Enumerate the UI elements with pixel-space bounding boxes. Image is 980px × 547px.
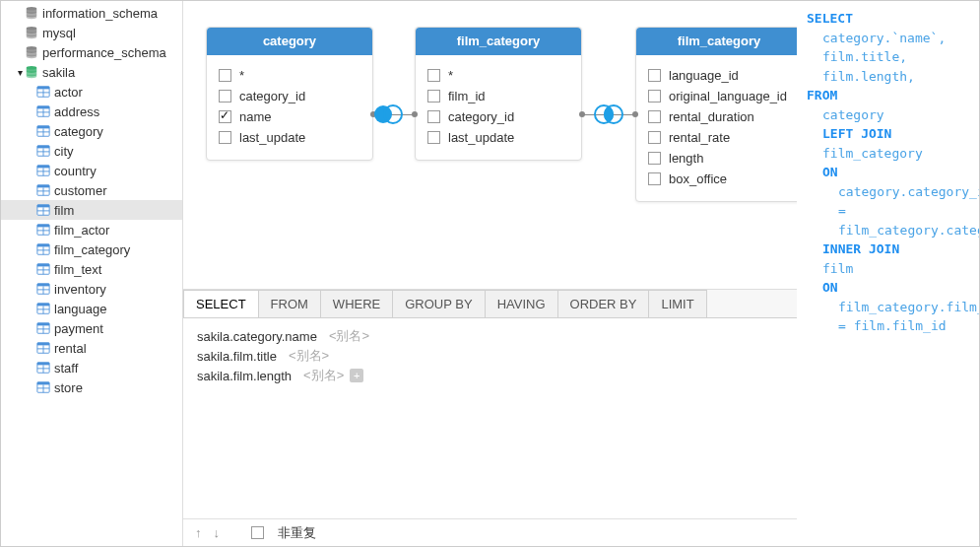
sql-line: LEFT JOIN: [807, 124, 969, 144]
reorder-up-icon[interactable]: ↑: [195, 525, 206, 540]
connector-dot: [632, 111, 638, 117]
table-item-rental[interactable]: rental: [1, 338, 182, 358]
field-name: original_language_id: [669, 89, 787, 103]
table-name: payment: [54, 321, 103, 336]
db-item-sakila[interactable]: ▾ sakila: [1, 62, 182, 82]
select-row[interactable]: sakila.category.name <别名>: [197, 326, 783, 346]
distinct-label: 非重复: [278, 524, 316, 542]
svg-rect-61: [37, 363, 49, 366]
field-original_language_id[interactable]: original_language_id: [648, 86, 790, 106]
expand-icon[interactable]: ▾: [15, 67, 25, 78]
field-rental_rate[interactable]: rental_rate: [648, 127, 790, 148]
table-item-customer[interactable]: customer: [1, 180, 182, 200]
tab-select[interactable]: SELECT: [183, 290, 259, 317]
field-name[interactable]: name: [219, 106, 360, 127]
table-item-address[interactable]: address: [1, 102, 182, 121]
table-box-t0[interactable]: category * category_id name: [206, 27, 373, 161]
alias-placeholder[interactable]: <别名>: [303, 367, 344, 384]
field-checkbox[interactable]: [648, 172, 661, 185]
table-name: film_text: [54, 262, 101, 277]
field-checkbox[interactable]: [427, 69, 440, 82]
field-name: name: [239, 109, 272, 124]
svg-rect-5: [37, 87, 49, 90]
table-title: film_category: [416, 28, 581, 55]
field-checkbox[interactable]: [219, 131, 231, 144]
field-length[interactable]: length: [648, 148, 790, 169]
svg-rect-45: [37, 284, 49, 287]
table-item-category[interactable]: category: [1, 121, 182, 141]
svg-rect-17: [37, 146, 49, 149]
sql-line: ON: [807, 278, 969, 298]
field-rental_duration[interactable]: rental_duration: [648, 106, 790, 127]
table-item-city[interactable]: city: [1, 141, 182, 161]
tab-where[interactable]: WHERE: [320, 290, 393, 317]
table-item-store[interactable]: store: [1, 377, 182, 397]
table-item-inventory[interactable]: inventory: [1, 279, 182, 299]
field-film_id[interactable]: film_id: [427, 86, 569, 106]
tab-order-by[interactable]: ORDER BY: [557, 290, 650, 317]
table-item-film[interactable]: film: [1, 200, 182, 220]
field-checkbox[interactable]: [427, 90, 440, 103]
field-category_id[interactable]: category_id: [219, 86, 360, 106]
select-row[interactable]: sakila.film.length <别名> +: [197, 366, 783, 385]
field-last_update[interactable]: last_update: [219, 127, 360, 148]
table-item-language[interactable]: language: [1, 299, 182, 318]
alias-placeholder[interactable]: <别名>: [329, 327, 369, 345]
table-box-t2[interactable]: film_category language_id original_langu…: [635, 27, 797, 202]
table-item-payment[interactable]: payment: [1, 318, 182, 338]
field-checkbox[interactable]: [427, 131, 440, 144]
add-column-button[interactable]: +: [350, 369, 363, 382]
svg-rect-53: [37, 323, 49, 326]
alias-placeholder[interactable]: <别名>: [289, 347, 329, 365]
distinct-checkbox[interactable]: [251, 526, 264, 539]
db-item-information_schema[interactable]: information_schema: [1, 3, 182, 23]
table-item-film_category[interactable]: film_category: [1, 239, 182, 259]
select-clause-area[interactable]: sakila.category.name <别名> sakila.film.ti…: [183, 318, 797, 518]
tab-group-by[interactable]: GROUP BY: [392, 290, 485, 317]
field-*[interactable]: *: [219, 65, 360, 86]
main-area: category * category_id name: [183, 1, 797, 546]
field-checkbox[interactable]: [648, 110, 661, 123]
field-checkbox[interactable]: [219, 110, 231, 123]
sql-line: film.title,: [807, 47, 969, 67]
diagram-canvas[interactable]: category * category_id name: [183, 1, 797, 290]
db-item-performance_schema[interactable]: performance_schema: [1, 42, 182, 62]
field-checkbox[interactable]: [648, 90, 661, 103]
select-row[interactable]: sakila.film.title <别名>: [197, 346, 783, 366]
table-name: film_category: [54, 242, 130, 257]
field-checkbox[interactable]: [219, 69, 231, 82]
field-name: box_office: [669, 171, 727, 186]
svg-rect-41: [37, 264, 49, 267]
field-checkbox[interactable]: [648, 69, 661, 82]
field-name: *: [448, 68, 453, 83]
field-checkbox[interactable]: [648, 152, 661, 165]
field-category_id[interactable]: category_id: [427, 106, 569, 127]
svg-rect-29: [37, 205, 49, 208]
join-inner-icon[interactable]: [592, 103, 625, 126]
tab-from[interactable]: FROM: [258, 290, 321, 317]
field-name: last_update: [448, 130, 514, 145]
svg-rect-9: [37, 106, 49, 109]
select-bottom-bar: ↑ ↓ 非重复: [183, 518, 797, 546]
field-*[interactable]: *: [427, 65, 569, 86]
field-last_update[interactable]: last_update: [427, 127, 569, 148]
table-box-t1[interactable]: film_category * film_id category_id: [415, 27, 582, 161]
reorder-down-icon[interactable]: ↓: [214, 525, 225, 540]
table-item-country[interactable]: country: [1, 161, 182, 180]
table-item-staff[interactable]: staff: [1, 358, 182, 377]
field-checkbox[interactable]: [219, 90, 231, 103]
tab-having[interactable]: HAVING: [485, 290, 558, 317]
db-item-mysql[interactable]: mysql: [1, 23, 182, 42]
table-item-film_text[interactable]: film_text: [1, 259, 182, 279]
field-checkbox[interactable]: [427, 110, 440, 123]
tab-limit[interactable]: LIMIT: [648, 290, 706, 317]
table-item-film_actor[interactable]: film_actor: [1, 220, 182, 239]
table-item-actor[interactable]: actor: [1, 82, 182, 102]
svg-rect-21: [37, 166, 49, 169]
table-name: city: [54, 144, 74, 159]
svg-rect-33: [37, 225, 49, 228]
field-box_office[interactable]: box_office: [648, 169, 790, 189]
field-checkbox[interactable]: [648, 131, 661, 144]
join-left-icon[interactable]: [371, 103, 405, 126]
field-language_id[interactable]: language_id: [648, 65, 790, 86]
